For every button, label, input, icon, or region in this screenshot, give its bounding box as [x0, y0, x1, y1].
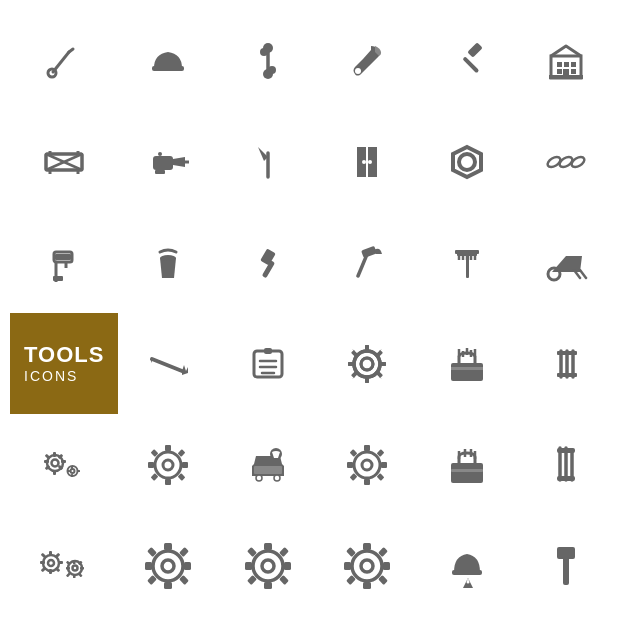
- icon-toolbox: [417, 313, 517, 414]
- icon-gear-lg: [118, 515, 218, 616]
- svg-point-196: [352, 551, 382, 581]
- svg-rect-114: [148, 462, 154, 468]
- svg-rect-189: [363, 582, 371, 589]
- svg-rect-15: [571, 62, 576, 67]
- svg-point-197: [361, 560, 373, 572]
- icon-drill: [118, 111, 218, 212]
- icon-grid: TOOLS ICONS: [0, 0, 626, 626]
- icon-pickaxe: [218, 111, 318, 212]
- icon-bone-wrench: [218, 10, 318, 111]
- icon-car-wrench: [218, 414, 318, 515]
- svg-rect-129: [347, 462, 353, 468]
- icon-gear3: [317, 414, 417, 515]
- icon-wrench2: [317, 10, 417, 111]
- icon-gear-lg3: [317, 515, 417, 616]
- svg-point-104: [47, 455, 63, 471]
- icon-barrier: [10, 111, 118, 212]
- svg-point-54: [160, 255, 176, 261]
- svg-point-6: [260, 48, 268, 56]
- svg-rect-53: [53, 276, 63, 281]
- svg-rect-115: [182, 462, 188, 468]
- svg-rect-13: [557, 62, 562, 67]
- svg-rect-113: [165, 479, 171, 485]
- icon-paint-roller: [10, 212, 118, 313]
- icon-tag: [218, 313, 318, 414]
- svg-rect-90: [451, 367, 483, 370]
- svg-marker-30: [173, 157, 185, 167]
- svg-rect-71: [264, 348, 272, 354]
- svg-rect-170: [145, 562, 152, 570]
- svg-point-126: [274, 452, 278, 456]
- icon-nut: [417, 111, 517, 212]
- svg-rect-32: [155, 170, 165, 174]
- svg-rect-50: [55, 254, 71, 260]
- svg-point-45: [459, 154, 475, 170]
- icon-gear-detail: [317, 313, 417, 414]
- icon-door: [317, 111, 417, 212]
- svg-point-105: [52, 459, 59, 466]
- svg-point-124: [274, 475, 280, 481]
- svg-point-83: [361, 358, 373, 370]
- icon-tools-vertical: [516, 313, 616, 414]
- svg-point-157: [48, 560, 54, 566]
- svg-rect-202: [563, 557, 569, 585]
- svg-rect-147: [557, 476, 575, 481]
- icon-saw: [118, 313, 218, 414]
- svg-rect-95: [557, 373, 577, 377]
- icon-rake: [417, 212, 517, 313]
- svg-rect-178: [264, 543, 272, 550]
- svg-rect-11: [462, 56, 479, 73]
- icon-hardhat: [118, 10, 218, 111]
- svg-line-2: [69, 49, 73, 52]
- icon-pliers: [516, 414, 616, 515]
- icon-hammer-bottom: [516, 515, 616, 616]
- svg-point-9: [355, 68, 361, 74]
- icon-hammer2: [218, 212, 318, 313]
- svg-point-156: [43, 555, 59, 571]
- svg-point-8: [268, 66, 276, 74]
- icon-helmet-warning: [417, 515, 517, 616]
- svg-rect-58: [361, 245, 377, 257]
- svg-rect-128: [364, 479, 370, 485]
- svg-rect-191: [383, 562, 390, 570]
- svg-point-82: [354, 351, 380, 377]
- svg-point-187: [262, 560, 274, 572]
- svg-rect-17: [571, 69, 576, 74]
- svg-point-167: [73, 565, 78, 570]
- svg-rect-112: [165, 445, 171, 451]
- svg-rect-169: [164, 582, 172, 589]
- svg-point-120: [155, 452, 181, 478]
- icon-toolbox2: [417, 414, 517, 515]
- label-title: TOOLS: [24, 343, 104, 367]
- svg-rect-130: [381, 462, 387, 468]
- svg-rect-188: [363, 543, 371, 550]
- svg-rect-10: [467, 42, 483, 58]
- tools-label: TOOLS ICONS: [10, 313, 118, 414]
- icon-building: [516, 10, 616, 111]
- svg-point-33: [158, 152, 162, 156]
- svg-rect-94: [557, 351, 577, 355]
- svg-point-111: [71, 469, 75, 473]
- svg-rect-66: [455, 250, 479, 254]
- svg-rect-127: [364, 445, 370, 451]
- svg-rect-181: [284, 562, 291, 570]
- svg-point-186: [253, 551, 283, 581]
- svg-rect-137: [451, 463, 483, 483]
- svg-line-69: [580, 270, 586, 278]
- svg-point-43: [368, 160, 372, 164]
- svg-rect-171: [184, 562, 191, 570]
- label-subtitle: ICONS: [24, 368, 78, 384]
- svg-rect-179: [264, 582, 272, 589]
- svg-point-176: [153, 551, 183, 581]
- svg-rect-180: [245, 562, 252, 570]
- svg-rect-142: [451, 469, 483, 472]
- icon-wheelbarrow: [516, 212, 616, 313]
- icon-claw-hammer: [317, 212, 417, 313]
- svg-rect-146: [557, 448, 575, 453]
- svg-rect-29: [153, 156, 173, 170]
- icon-bucket: [118, 212, 218, 313]
- svg-point-123: [256, 475, 262, 481]
- svg-rect-122: [254, 466, 282, 474]
- page-container: TOOLS ICONS: [0, 0, 626, 626]
- icon-chain: [516, 111, 616, 212]
